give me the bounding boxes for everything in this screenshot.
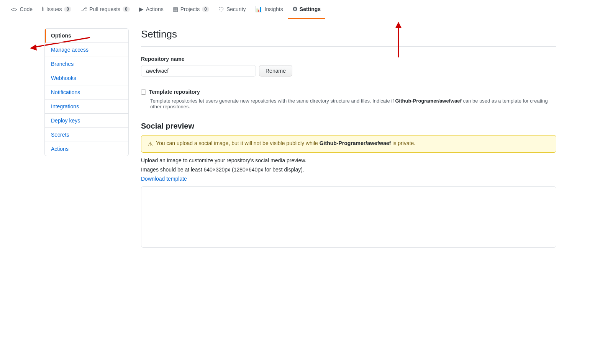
rename-button[interactable]: Rename <box>259 65 292 77</box>
settings-icon: ⚙ <box>292 6 297 13</box>
projects-icon: ▦ <box>173 6 178 13</box>
social-preview-section: Social preview ⚠ You can upload a social… <box>141 122 556 248</box>
security-icon: 🛡 <box>218 6 224 13</box>
tab-security[interactable]: 🛡 Security <box>214 1 251 19</box>
social-preview-title: Social preview <box>141 122 556 131</box>
repo-name-row: Rename <box>141 65 556 77</box>
tab-issues[interactable]: ℹ Issues 0 <box>37 0 76 19</box>
settings-sidebar: Options Manage access Branches Webhooks … <box>44 28 129 156</box>
code-icon: <> <box>11 6 18 13</box>
warning-icon: ⚠ <box>148 140 153 148</box>
sidebar-item-deploy-keys[interactable]: Deploy keys <box>45 114 128 128</box>
image-upload-box[interactable] <box>141 186 556 248</box>
sidebar-item-integrations[interactable]: Integrations <box>45 100 128 114</box>
issues-icon: ℹ <box>42 6 44 13</box>
template-repo-checkbox[interactable] <box>141 90 146 95</box>
top-nav: <> Code ℹ Issues 0 ⎇ Pull requests 0 ▶ A… <box>0 0 613 19</box>
upload-desc: Upload an image to customize your reposi… <box>141 157 556 163</box>
page-title: Settings <box>141 28 556 40</box>
title-divider <box>141 46 556 47</box>
template-repo-checkbox-row: Template repository <box>141 89 556 95</box>
actions-icon: ▶ <box>139 6 144 13</box>
pull-requests-badge: 0 <box>123 7 130 12</box>
repo-name-label: Repository name <box>141 56 556 62</box>
settings-main: Settings Repository name Rename Template… <box>129 28 569 260</box>
tab-actions[interactable]: ▶ Actions <box>134 0 168 19</box>
repo-name-input[interactable] <box>141 65 256 77</box>
image-size-desc: Images should be at least 640×320px (128… <box>141 166 556 173</box>
template-repo-label: Template repository <box>149 89 200 95</box>
repo-name-section: Repository name Rename <box>141 56 556 77</box>
sidebar-item-notifications[interactable]: Notifications <box>45 85 128 100</box>
sidebar-item-actions[interactable]: Actions <box>45 142 128 156</box>
download-template-link[interactable]: Download template <box>141 176 187 182</box>
insights-icon: 📊 <box>255 6 262 13</box>
tab-pull-requests[interactable]: ⎇ Pull requests 0 <box>76 0 134 19</box>
template-repo-bold: Github-Programer/awefwaef <box>395 98 461 104</box>
sidebar-item-manage-access[interactable]: Manage access <box>45 43 128 57</box>
svg-marker-3 <box>30 44 37 51</box>
tab-settings[interactable]: ⚙ Settings <box>288 0 325 19</box>
tab-code[interactable]: <> Code <box>6 1 37 19</box>
sidebar-item-secrets[interactable]: Secrets <box>45 128 128 142</box>
sidebar-item-options[interactable]: Options <box>45 29 128 43</box>
issues-badge: 0 <box>64 7 71 12</box>
social-preview-alert: ⚠ You can upload a social image, but it … <box>141 135 556 153</box>
template-repo-desc: Template repositories let users generate… <box>150 98 556 109</box>
sidebar-item-webhooks[interactable]: Webhooks <box>45 71 128 85</box>
tab-projects[interactable]: ▦ Projects 0 <box>168 0 214 19</box>
projects-badge: 0 <box>202 7 209 12</box>
sidebar-item-branches[interactable]: Branches <box>45 57 128 71</box>
page-layout: Options Manage access Branches Webhooks … <box>38 19 575 269</box>
pull-requests-icon: ⎇ <box>80 6 87 13</box>
alert-repo-name: Github-Programer/awefwaef <box>320 140 391 146</box>
template-repo-section: Template repository Template repositorie… <box>141 89 556 109</box>
tab-insights[interactable]: 📊 Insights <box>251 0 288 19</box>
